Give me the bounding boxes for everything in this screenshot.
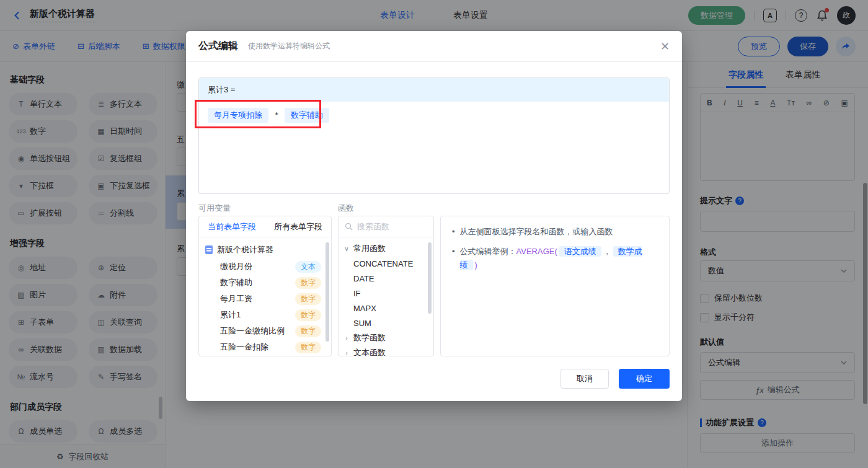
variable-row[interactable]: 五险一金缴纳比例数字	[199, 323, 331, 339]
variable-row[interactable]: 缴税月份文本	[199, 258, 331, 275]
type-badge: 文本	[295, 261, 321, 273]
example-field-chip: 语文成绩	[559, 246, 601, 257]
type-badge: 数字	[295, 309, 321, 321]
variable-row[interactable]: 累计1数字	[199, 307, 331, 323]
formula-help-panel: • 从左侧面板选择字段名和函数，或输入函数 • 公式编辑举例：AVERAGE(语…	[440, 216, 670, 356]
variable-row[interactable]: 数字辅助数字	[199, 275, 331, 291]
chevron-collapsed-icon: ›	[343, 349, 350, 356]
variable-name: 五险一金缴纳比例	[220, 325, 285, 337]
example-prefix: 公式编辑举例：	[460, 247, 516, 256]
functions-label: 函数	[338, 203, 354, 214]
variables-scrollbar[interactable]	[326, 242, 329, 342]
type-badge: 数字	[295, 293, 321, 305]
variable-name: 数字辅助	[220, 277, 252, 288]
help-line-2: • 公式编辑举例：AVERAGE(语文成绩，数学成绩)	[452, 245, 658, 272]
variable-row[interactable]: 每月工资数字	[199, 291, 331, 307]
search-icon	[345, 223, 353, 231]
modal-title: 公式编辑	[198, 40, 238, 53]
example-function-open: AVERAGE(	[516, 247, 557, 256]
variable-name: 缴税月份	[220, 261, 252, 272]
function-item[interactable]: CONCATENATE	[339, 256, 433, 271]
function-group-label: 数学函数	[353, 332, 386, 343]
formula-editor[interactable]: 累计3 = 每月专项扣除 * 数字辅助	[198, 77, 670, 194]
formula-target: 累计3 =	[199, 78, 669, 102]
variables-tab-bar: 当前表单字段 所有表单字段	[199, 216, 331, 237]
variables-panel: 当前表单字段 所有表单字段 新版个税计算器 缴税月份文本 数字辅助数字 每月工资…	[198, 216, 332, 356]
function-search	[339, 216, 433, 237]
modal-footer: 取消 确定	[560, 369, 670, 389]
variables-tree-root[interactable]: 新版个税计算器	[199, 241, 331, 258]
tree-root-label: 新版个税计算器	[217, 244, 273, 255]
chevron-expanded-icon: ∨	[343, 245, 350, 253]
modal-header: 公式编辑 使用数学运算符编辑公式 ✕	[186, 31, 682, 62]
function-item[interactable]: IF	[339, 286, 433, 301]
chevron-collapsed-icon: ›	[343, 334, 350, 342]
function-item[interactable]: MAPX	[339, 301, 433, 316]
form-doc-icon	[205, 245, 213, 254]
cancel-button[interactable]: 取消	[560, 369, 609, 389]
variables-label: 可用变量	[198, 203, 231, 214]
help-example: 公式编辑举例：AVERAGE(语文成绩，数学成绩)	[460, 245, 658, 272]
help-text: 从左侧面板选择字段名和函数，或输入函数	[460, 225, 613, 239]
bullet-icon: •	[452, 245, 455, 258]
example-function-close: )	[475, 260, 477, 270]
function-group-math[interactable]: › 数学函数	[339, 330, 433, 345]
type-badge: 数字	[295, 342, 321, 353]
confirm-button[interactable]: 确定	[619, 369, 670, 389]
help-line-1: • 从左侧面板选择字段名和函数，或输入函数	[452, 225, 658, 239]
formula-operator[interactable]: *	[275, 110, 278, 120]
function-group-label: 常用函数	[353, 243, 386, 254]
function-item[interactable]: SUM	[339, 316, 433, 330]
tab-all-form-fields[interactable]: 所有表单字段	[274, 221, 322, 232]
type-badge: 数字	[295, 325, 321, 337]
close-icon[interactable]: ✕	[660, 41, 670, 52]
formula-edit-modal: 公式编辑 使用数学运算符编辑公式 ✕ 累计3 = 每月专项扣除 * 数字辅助 可…	[186, 31, 682, 401]
modal-subtitle: 使用数学运算符编辑公式	[248, 41, 330, 51]
function-item[interactable]: DATE	[339, 271, 433, 286]
formula-expression[interactable]: 每月专项扣除 * 数字辅助	[199, 102, 669, 129]
variable-name: 累计1	[220, 309, 241, 320]
functions-scrollbar[interactable]	[428, 242, 432, 314]
tab-current-form-fields[interactable]: 当前表单字段	[208, 221, 256, 232]
app-window: 新版个税计算器 表单设计 表单设置 数据管理 A ? 政 ⊘ 表单外链 ⊟ 后端…	[0, 0, 868, 468]
variable-row[interactable]: 五险一金扣除数字	[199, 339, 331, 355]
function-search-input[interactable]	[357, 222, 419, 231]
type-badge: 数字	[295, 277, 321, 289]
bullet-icon: •	[452, 225, 455, 239]
formula-field-chip[interactable]: 数字辅助	[285, 108, 329, 123]
functions-panel: ∨ 常用函数 CONCATENATE DATE IF MAPX SUM › 数学…	[338, 216, 434, 356]
function-group-text[interactable]: › 文本函数	[339, 345, 433, 356]
example-comma: ，	[603, 247, 611, 256]
function-group-label: 文本函数	[353, 347, 386, 356]
function-group-common[interactable]: ∨ 常用函数	[339, 241, 433, 256]
formula-field-chip[interactable]: 每月专项扣除	[208, 108, 268, 123]
variable-name: 每月工资	[220, 293, 252, 304]
variable-name: 五险一金扣除	[220, 342, 268, 353]
